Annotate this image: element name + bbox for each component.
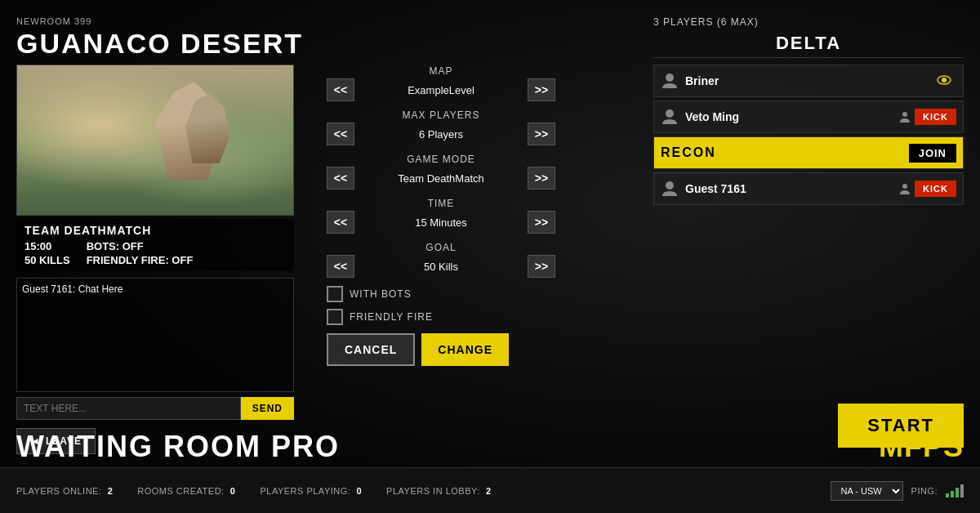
mode-banner: TEAM DEATHMATCH 15:00 50 KILLS BOTS: OFF… bbox=[16, 219, 294, 271]
svg-point-4 bbox=[902, 112, 907, 117]
kick-person-icon bbox=[898, 110, 911, 123]
players-online-value: 2 bbox=[108, 486, 114, 496]
kick-button-guest[interactable]: KICK bbox=[915, 181, 956, 197]
game-mode-value: Team DeathMatch bbox=[354, 172, 528, 185]
player-icon bbox=[661, 72, 679, 90]
game-mode-prev-button[interactable]: << bbox=[327, 167, 354, 190]
eye-icon bbox=[937, 75, 951, 85]
goal-next-button[interactable]: >> bbox=[528, 255, 555, 278]
right-panel: 3 PLAYERS (6 MAX) DELTA Briner Veto Min bbox=[653, 16, 964, 208]
rooms-created-label: ROOMS CREATED: bbox=[137, 486, 224, 496]
game-mode-next-button[interactable]: >> bbox=[528, 167, 555, 190]
player-eye-button-briner[interactable] bbox=[932, 72, 956, 90]
bottom-stats: PLAYERS ONLINE: 2 ROOMS CREATED: 0 PLAYE… bbox=[16, 486, 492, 496]
player-row-self: RECON JOIN bbox=[653, 136, 964, 169]
time-value: 15 Minutes bbox=[354, 216, 528, 229]
goal-setting: GOAL << 50 Kills >> bbox=[327, 242, 555, 278]
max-players-label: MAX PLAYERS bbox=[327, 109, 555, 121]
map-setting-row: << ExampleLevel >> bbox=[327, 78, 555, 101]
send-button[interactable]: SEND bbox=[241, 397, 294, 420]
map-setting: MAP << ExampleLevel >> bbox=[327, 65, 555, 101]
chat-message: Guest 7161: Chat Here bbox=[22, 283, 288, 295]
join-button[interactable]: JOIN bbox=[909, 144, 956, 163]
map-next-button[interactable]: >> bbox=[528, 78, 555, 101]
svg-point-2 bbox=[942, 78, 947, 83]
player-row: Briner bbox=[653, 65, 964, 97]
players-in-lobby-stat: PLAYERS IN LOBBY: 2 bbox=[386, 486, 491, 496]
rooms-created-value: 0 bbox=[230, 486, 236, 496]
player-name-briner: Briner bbox=[685, 74, 932, 87]
max-players-row: << 6 Players >> bbox=[327, 123, 555, 145]
players-online-stat: PLAYERS ONLINE: 2 bbox=[16, 486, 113, 496]
chat-input[interactable] bbox=[16, 397, 241, 420]
bottom-region: NA - USW PING: bbox=[831, 481, 964, 501]
goal-setting-label: GOAL bbox=[327, 242, 555, 253]
svg-point-5 bbox=[666, 181, 674, 190]
room-label: NEWROOM 399 bbox=[16, 16, 335, 26]
with-bots-label: WITH BOTS bbox=[350, 288, 412, 300]
ping-bar-1 bbox=[946, 493, 949, 497]
map-preview bbox=[16, 65, 294, 216]
player-name-recon: RECON bbox=[661, 145, 909, 160]
mode-title: TEAM DEATHMATCH bbox=[24, 224, 286, 237]
settings-panel: MAP << ExampleLevel >> MAX PLAYERS << 6 … bbox=[327, 65, 555, 366]
max-players-value: 6 Players bbox=[354, 128, 528, 141]
kick-button-veto[interactable]: KICK bbox=[915, 109, 956, 125]
region-select[interactable]: NA - USW bbox=[831, 481, 903, 501]
game-mode-label: GAME MODE bbox=[327, 154, 555, 165]
chat-input-row: SEND bbox=[16, 397, 294, 420]
player-row: Guest 7161 KICK bbox=[653, 172, 964, 205]
players-online-label: PLAYERS ONLINE: bbox=[16, 486, 102, 496]
players-playing-stat: PLAYERS PLAYING: 0 bbox=[260, 486, 362, 496]
time-setting-row: << 15 Minutes >> bbox=[327, 211, 555, 234]
players-header: 3 PLAYERS (6 MAX) bbox=[653, 16, 964, 28]
time-setting: TIME << 15 Minutes >> bbox=[327, 198, 555, 234]
ping-bar-4 bbox=[960, 484, 964, 497]
stat-col-right: BOTS: OFF FRIENDLY FIRE: OFF bbox=[87, 240, 194, 266]
bottom-bar: PLAYERS ONLINE: 2 ROOMS CREATED: 0 PLAYE… bbox=[0, 467, 980, 513]
friendly-fire-label: FRIENDLY FIRE bbox=[350, 311, 433, 323]
kick-person-icon bbox=[898, 182, 911, 195]
stat-ff: FRIENDLY FIRE: OFF bbox=[87, 254, 194, 266]
rooms-created-stat: ROOMS CREATED: 0 bbox=[137, 486, 235, 496]
map-value: ExampleLevel bbox=[354, 84, 528, 96]
friendly-fire-checkbox[interactable] bbox=[327, 309, 343, 325]
map-title: GUANACO DESERT bbox=[16, 28, 335, 60]
players-playing-value: 0 bbox=[356, 486, 362, 496]
max-players-next-button[interactable]: >> bbox=[528, 123, 555, 145]
player-name-veto: Veto Ming bbox=[685, 110, 898, 123]
svg-point-3 bbox=[666, 109, 674, 118]
stat-kills: 50 KILLS bbox=[24, 254, 70, 266]
footer-title: WAITING ROOM PRO bbox=[16, 430, 340, 464]
change-button[interactable]: CHANGE bbox=[421, 333, 509, 366]
player-row: Veto Ming KICK bbox=[653, 100, 964, 133]
max-players-prev-button[interactable]: << bbox=[327, 123, 354, 145]
time-next-button[interactable]: >> bbox=[528, 211, 555, 234]
player-name-guest: Guest 7161 bbox=[685, 182, 898, 195]
chat-user: Guest 7161: bbox=[22, 283, 75, 295]
svg-point-0 bbox=[666, 74, 674, 82]
stat-time: 15:00 bbox=[24, 240, 70, 252]
players-in-lobby-label: PLAYERS IN LOBBY: bbox=[386, 486, 480, 496]
stat-col-left: 15:00 50 KILLS bbox=[24, 240, 70, 266]
footer-logo: MFPS bbox=[879, 430, 964, 464]
goal-setting-row: << 50 Kills >> bbox=[327, 255, 555, 278]
map-setting-label: MAP bbox=[327, 65, 555, 77]
ping-bar-2 bbox=[951, 491, 954, 497]
friendly-fire-row: FRIENDLY FIRE bbox=[327, 309, 555, 325]
goal-value: 50 Kills bbox=[354, 261, 528, 273]
chat-text: Chat Here bbox=[78, 283, 123, 295]
mode-stats: 15:00 50 KILLS BOTS: OFF FRIENDLY FIRE: … bbox=[24, 240, 286, 266]
with-bots-checkbox[interactable] bbox=[327, 286, 343, 302]
players-playing-label: PLAYERS PLAYING: bbox=[260, 486, 350, 496]
player-icon bbox=[661, 180, 679, 198]
goal-prev-button[interactable]: << bbox=[327, 255, 354, 278]
with-bots-row: WITH BOTS bbox=[327, 286, 555, 302]
max-players-setting: MAX PLAYERS << 6 Players >> bbox=[327, 109, 555, 145]
ping-bar-3 bbox=[956, 488, 959, 497]
map-prev-button[interactable]: << bbox=[327, 78, 354, 101]
svg-point-6 bbox=[902, 184, 907, 189]
map-preview-inner bbox=[17, 65, 293, 215]
time-prev-button[interactable]: << bbox=[327, 211, 354, 234]
cancel-button[interactable]: CANCEL bbox=[327, 333, 415, 366]
